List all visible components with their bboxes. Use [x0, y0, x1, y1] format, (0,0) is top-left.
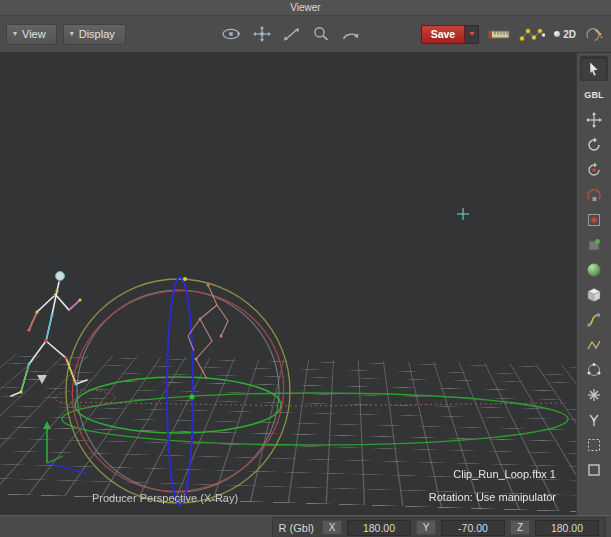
orbit-camera-button[interactable] [220, 24, 242, 44]
main-area: Producer Perspective (X-Ray) Clip_Run_Lo… [0, 53, 611, 515]
save-control: Save [421, 25, 480, 44]
motion-trajectory-path[interactable] [62, 393, 568, 445]
dropdown-arrow-icon [469, 32, 475, 36]
draw-tool-button[interactable] [585, 24, 603, 44]
orbit-dots-icon [586, 362, 602, 378]
rotation-manipulator[interactable] [51, 268, 305, 513]
orbit-points-tool-button[interactable] [581, 358, 607, 381]
dolly-icon [282, 26, 300, 42]
cursor-icon [586, 61, 602, 77]
rotate-pivot-icon [586, 162, 602, 178]
sphere-primitive-button[interactable] [581, 258, 607, 281]
ik-branch-icon [586, 412, 602, 428]
ruler-icon [488, 27, 510, 42]
viewer-toolbar: ▾ View ▾ Display [0, 16, 611, 53]
ghost-trajectory-path [60, 402, 566, 406]
translate-icon [586, 112, 602, 128]
chevron-down-icon: ▾ [13, 30, 17, 38]
spline-icon [586, 312, 602, 328]
rotate-tool-button[interactable] [581, 133, 607, 156]
ruler-tool-button[interactable] [488, 24, 510, 44]
spline-tool-button[interactable] [581, 308, 607, 331]
keying-tool-button[interactable] [581, 208, 607, 231]
display-menu-label: Display [79, 28, 115, 40]
region-icon [586, 462, 602, 478]
arc-rotate-icon [340, 26, 360, 42]
keyframe-icon [586, 212, 602, 228]
pencil-rotate-icon [585, 26, 603, 42]
character-skeleton[interactable] [11, 272, 87, 397]
save-options-dropdown[interactable] [465, 25, 479, 44]
viewer-window: Viewer ▾ View ▾ Display [0, 0, 611, 537]
rotate-axis-tool-button[interactable] [581, 183, 607, 206]
tool-sidebar: GBL [576, 53, 611, 515]
save-button[interactable]: Save [421, 25, 466, 44]
pan-icon [253, 26, 271, 42]
ring-handle-dot [183, 277, 187, 281]
zigzag-icon [586, 337, 602, 353]
pan-camera-button[interactable] [253, 24, 271, 44]
chevron-down-icon: ▾ [70, 30, 74, 38]
snap-cross-icon [586, 387, 602, 403]
clip-name-label: Clip_Run_Loop.fbx 1 [453, 468, 556, 480]
x-axis-label: X [322, 520, 342, 535]
rotate-icon [586, 137, 602, 153]
z-axis-label: Z [510, 520, 530, 535]
rotate-pivot-tool-button[interactable] [581, 158, 607, 181]
camera-label: Producer Perspective (X-Ray) [92, 492, 238, 504]
rotation-mode-indicator: R (Gbl) [279, 522, 314, 534]
window-title: Viewer [290, 2, 320, 13]
display-menu-button[interactable]: ▾ Display [63, 24, 126, 45]
transform-statusbar: R (Gbl) X 180.00 Y -70.00 Z 180.00 [0, 515, 611, 537]
keyframes-tool-button[interactable] [519, 24, 545, 44]
rotate-axis-icon [586, 187, 602, 203]
window-titlebar[interactable]: Viewer [0, 0, 611, 16]
cube-icon [586, 287, 602, 303]
orbit-icon [220, 26, 242, 42]
curve-tool-button[interactable] [581, 333, 607, 356]
sphere-icon [586, 262, 602, 278]
viewport-3d-scene [0, 53, 576, 515]
aux-pivot-tool-button[interactable] [581, 233, 607, 256]
global-reference-button[interactable]: GBL [581, 83, 607, 106]
marquee-select-button[interactable] [581, 433, 607, 456]
marquee-icon [586, 437, 602, 453]
ground-marker [37, 375, 47, 384]
y-axis-label: Y [416, 520, 436, 535]
rotation-fields-cluster: R (Gbl) X 180.00 Y -70.00 Z 180.00 [272, 517, 606, 537]
zoom-camera-button[interactable] [311, 24, 329, 44]
cube-primitive-button[interactable] [581, 283, 607, 306]
ik-branch-tool-button[interactable] [581, 408, 607, 431]
null-object-cross[interactable] [457, 208, 469, 220]
dolly-camera-button[interactable] [282, 24, 300, 44]
select-tool-button[interactable] [580, 56, 608, 81]
pivot-point [190, 395, 195, 400]
ghost-skeleton [188, 284, 228, 380]
keyframes-icon [519, 27, 545, 42]
view-menu-label: View [22, 28, 46, 40]
2d-button-label: 2D [563, 29, 576, 40]
y-axis-value-field[interactable]: -70.00 [441, 520, 505, 536]
3d-viewport[interactable]: Producer Perspective (X-Ray) Clip_Run_Lo… [0, 53, 576, 515]
sphere-dot-icon [554, 31, 560, 37]
2d-display-button[interactable]: 2D [554, 24, 576, 44]
gbl-label: GBL [584, 90, 604, 100]
toolbar-right-group: Save [421, 24, 605, 44]
z-axis-value-field[interactable]: 180.00 [535, 520, 599, 536]
magnifier-icon [311, 26, 329, 42]
x-axis-value-field[interactable]: 180.00 [347, 520, 411, 536]
save-button-label: Save [431, 28, 456, 40]
arc-rotate-button[interactable] [340, 24, 360, 44]
camera-nav-tools [220, 24, 360, 44]
rotate-z-ring[interactable] [167, 277, 193, 505]
aux-pivot-icon [586, 237, 602, 253]
region-select-button[interactable] [581, 458, 607, 481]
view-menu-button[interactable]: ▾ View [6, 24, 57, 45]
translate-tool-button[interactable] [581, 108, 607, 131]
rotation-mode-label: Rotation: Use manipulator [429, 491, 556, 503]
skeleton-head [56, 272, 65, 281]
snap-tool-button[interactable] [581, 383, 607, 406]
